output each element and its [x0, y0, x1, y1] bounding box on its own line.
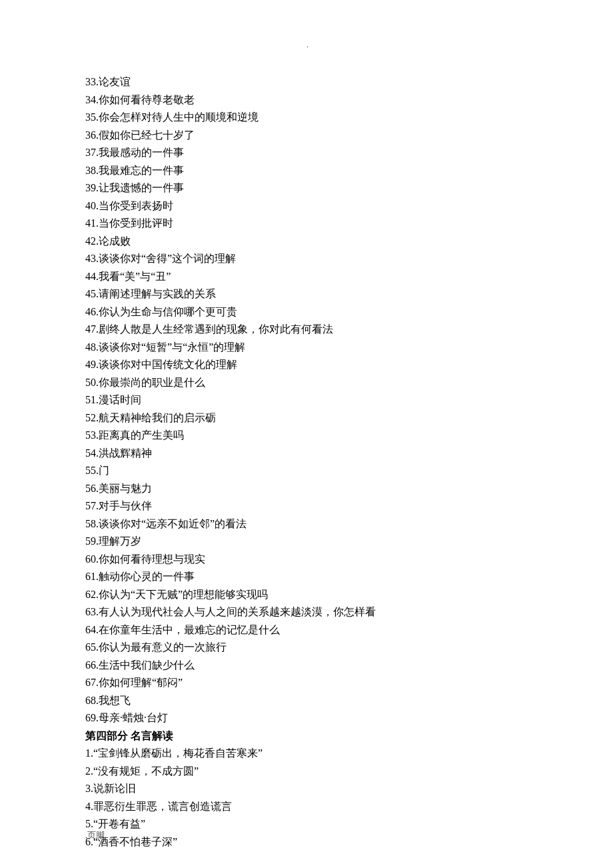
list-item: 44.我看“美”与“丑” [85, 268, 538, 286]
list-item: 68.我想飞 [85, 692, 538, 710]
list-item: 46.你认为生命与信仰哪个更可贵 [85, 303, 538, 321]
list-item: 55.门 [85, 462, 538, 480]
list-item: 54.洪战辉精神 [85, 445, 538, 463]
list-item: 48.谈谈你对“短暂”与“永恒”的理解 [85, 339, 538, 357]
section-heading: 第四部分 名言解读 [85, 727, 538, 745]
list-item: 45.请阐述理解与实践的关系 [85, 285, 538, 303]
numbered-list-1: 33.论友谊34.你如何看待尊老敬老35.你会怎样对待人生中的顺境和逆境36.假… [85, 73, 538, 727]
list-item: 34.你如何看待尊老敬老 [85, 91, 538, 109]
list-item: 62.你认为“天下无贼”的理想能够实现吗 [85, 586, 538, 604]
list-item: 57.对手与伙伴 [85, 497, 538, 515]
list-item: 37.我最感动的一件事 [85, 144, 538, 162]
page-content: 33.论友谊34.你如何看待尊老敬老35.你会怎样对待人生中的顺境和逆境36.假… [0, 0, 538, 851]
list-item: 66.生活中我们缺少什么 [85, 657, 538, 675]
list-item: 42.论成败 [85, 233, 538, 251]
list-item: 65.你认为最有意义的一次旅行 [85, 639, 538, 657]
list-item: 5.“开卷有益” [85, 815, 538, 833]
list-item: 33.论友谊 [85, 73, 538, 91]
list-item: 56.美丽与魅力 [85, 480, 538, 498]
list-item: 61.触动你心灵的一件事 [85, 568, 538, 586]
list-item: 40.当你受到表扬时 [85, 197, 538, 215]
list-item: 36.假如你已经七十岁了 [85, 127, 538, 145]
list-item: 3.说新论旧 [85, 780, 538, 798]
list-item: 69.母亲·蜡烛·台灯 [85, 709, 538, 727]
list-item: 49.谈谈你对中国传统文化的理解 [85, 356, 538, 374]
list-item: 50.你最崇尚的职业是什么 [85, 374, 538, 392]
list-item: 43.谈谈你对“舍得”这个词的理解 [85, 250, 538, 268]
list-item: 60.你如何看待理想与现实 [85, 551, 538, 569]
list-item: 47.剧终人散是人生经常遇到的现象，你对此有何看法 [85, 321, 538, 339]
list-item: 35.你会怎样对待人生中的顺境和逆境 [85, 109, 538, 127]
numbered-list-2: 1.“宝剑锋从磨砺出，梅花香自苦寒来”2.“没有规矩，不成方圆”3.说新论旧4.… [85, 745, 538, 851]
list-item: 67.你如何理解“郁闷” [85, 674, 538, 692]
list-item: 52.航天精神给我们的启示砺 [85, 409, 538, 427]
list-item: 64.在你童年生活中，最难忘的记忆是什么 [85, 621, 538, 639]
list-item: 39.让我遗憾的一件事 [85, 179, 538, 197]
list-item: 2.“没有规矩，不成方圆” [85, 763, 538, 781]
list-item: 41.当你受到批评时 [85, 215, 538, 233]
list-item: 63.有人认为现代社会人与人之间的关系越来越淡漠，你怎样看 [85, 603, 538, 621]
footer-text: .页脚. [85, 829, 107, 841]
list-item: 58.谈谈你对“远亲不如近邻”的看法 [85, 515, 538, 533]
header-mark: . [306, 40, 308, 50]
list-item: 51.漫话时间 [85, 391, 538, 409]
list-item: 59.理解万岁 [85, 533, 538, 551]
list-item: 1.“宝剑锋从磨砺出，梅花香自苦寒来” [85, 745, 538, 763]
list-item: 53.距离真的产生美吗 [85, 427, 538, 445]
list-item: 6.“酒香不怕巷子深” [85, 833, 538, 851]
list-item: 4.罪恶衍生罪恶，谎言创造谎言 [85, 798, 538, 816]
list-item: 38.我最难忘的一件事 [85, 162, 538, 180]
